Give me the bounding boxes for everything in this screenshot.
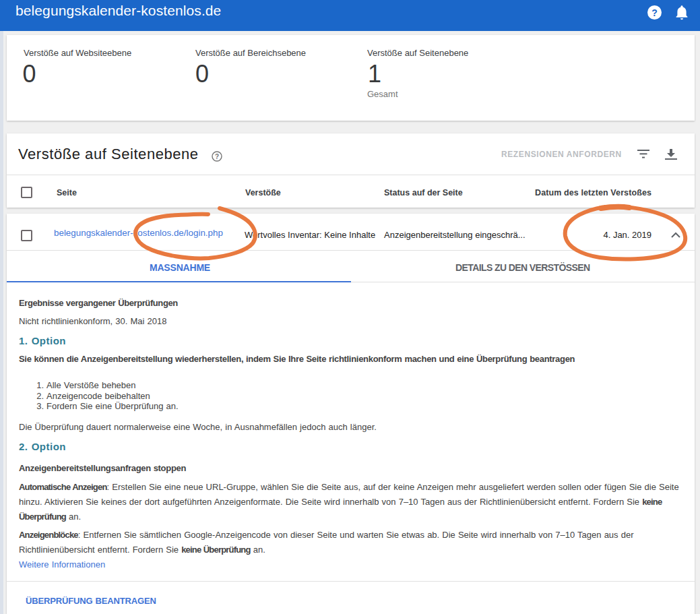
- svg-text:?: ?: [215, 153, 219, 160]
